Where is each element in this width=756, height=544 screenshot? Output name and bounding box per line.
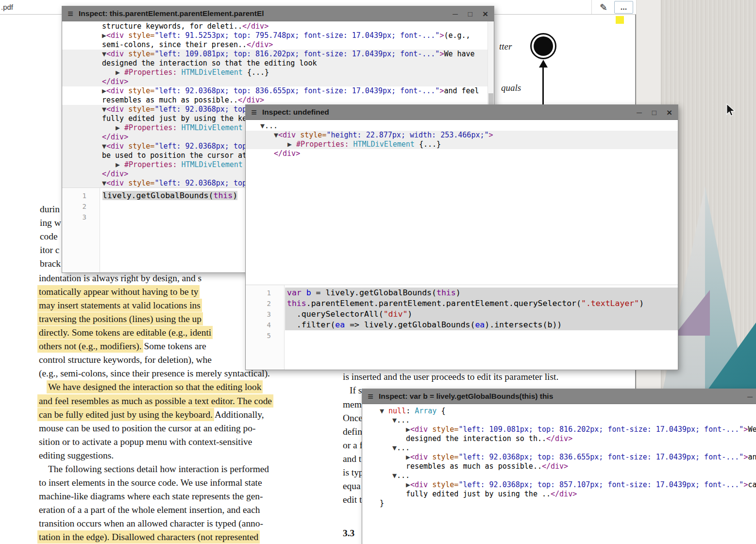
maximize-button[interactable]: □	[468, 10, 472, 17]
minimize-button[interactable]: ─	[453, 10, 458, 17]
disclosure-arrow-icon[interactable]: ▼	[102, 50, 106, 58]
window-menu-icon[interactable]: ≡	[362, 391, 379, 402]
code-token: )	[639, 299, 644, 308]
tree-row[interactable]: designed the interaction so th..</div>	[362, 434, 756, 443]
tree-row[interactable]: ▶<div style="left: 109.081px; top: 816.2…	[362, 425, 756, 434]
code-token: #Properties:	[124, 160, 177, 169]
diagram-label: tter	[499, 41, 512, 52]
tree-row[interactable]: ▶ #Properties: HTMLDivElement {...}	[62, 68, 494, 77]
minimize-button[interactable]: ─	[747, 393, 753, 400]
code-token: style=	[124, 105, 154, 114]
tree-row[interactable]: ▼<div style="left: 109.081px; top: 816.2…	[62, 50, 494, 59]
disclosure-arrow-icon[interactable]: ▶	[406, 480, 410, 489]
tree-row[interactable]: </div>	[246, 149, 678, 158]
disclosure-arrow-icon[interactable]: ▶	[102, 31, 106, 40]
tree-row[interactable]: structure keywords, for deleti..</div>	[62, 22, 494, 31]
editor-code[interactable]: var b = lively.getGlobalBounds(this)this…	[285, 285, 678, 370]
code-line[interactable]	[285, 330, 678, 341]
code-editor[interactable]: 12345 var b = lively.getGlobalBounds(thi…	[246, 285, 678, 370]
pdf-text: (e.g., semi-colons, since their presence…	[39, 368, 270, 378]
minimize-button[interactable]: ─	[637, 109, 642, 116]
line-number: 2	[246, 298, 284, 309]
tree-row[interactable]: ▶ #Properties: HTMLDivElement {...}	[246, 140, 678, 149]
disclosure-arrow-icon[interactable]: ▶	[287, 140, 296, 149]
tree-row[interactable]: ▶<div style="left: 92.0368px; top: 836.6…	[362, 453, 756, 462]
code-token: ...	[397, 443, 410, 452]
tree-row[interactable]: </div>	[62, 77, 494, 86]
editor-gutter: 123	[62, 188, 100, 272]
tree-row[interactable]: ▶<div style="left: 91.5253px; top: 795.7…	[62, 31, 494, 40]
code-line[interactable]: this.parentElement.parentElement.parentE…	[285, 298, 678, 309]
tree-row[interactable]: ▼...	[246, 121, 678, 131]
code-token: ea	[335, 320, 345, 329]
tree-row[interactable]: resembles as much as possible..</div>	[362, 462, 756, 471]
window-titlebar[interactable]: ≡ Inspect: var b = lively.getGlobalBound…	[362, 389, 756, 404]
code-token: </div>	[102, 77, 128, 86]
tree-row[interactable]: ▶<div style="left: 92.0368px; top: 836.6…	[62, 86, 494, 96]
pdf-text-line: The following sections detail how intera…	[48, 463, 269, 476]
pdf-text-line: (e.g., semi-colons, since their presence…	[39, 367, 270, 380]
disclosure-arrow-icon[interactable]: ▼	[274, 131, 278, 139]
window-menu-icon[interactable]: ≡	[246, 107, 262, 118]
disclosure-arrow-icon[interactable]: ▶	[116, 123, 124, 132]
code-line[interactable]: .filter(ea => lively.getGlobalBounds(ea)…	[285, 320, 678, 330]
tree-row[interactable]: fully edited just by using the ..</div>	[362, 490, 756, 499]
window-menu-icon[interactable]: ≡	[62, 8, 79, 19]
code-token: ...	[397, 471, 410, 480]
disclosure-arrow-icon[interactable]: ▼	[102, 179, 106, 187]
tree-row[interactable]: semi-colons, since their presen..</div>	[62, 40, 494, 50]
code-token: Array	[415, 407, 437, 415]
pdf-text-line: sition or to activate a popup menu with …	[39, 436, 252, 448]
disclosure-arrow-icon[interactable]: ▶	[406, 453, 410, 461]
annotate-pencil-button[interactable]: ✎	[596, 1, 611, 14]
code-line[interactable]: var b = lively.getGlobalBounds(this)	[285, 288, 678, 298]
code-token: ).intersects(b))	[485, 320, 562, 329]
tree-row[interactable]: ▼...	[362, 443, 756, 453]
disclosure-arrow-icon[interactable]: ▶	[102, 86, 106, 95]
code-token: </div>	[102, 170, 128, 178]
window-titlebar[interactable]: ≡ Inspect: this.parentElement.parentElem…	[62, 6, 494, 21]
tree-row[interactable]: }	[362, 499, 756, 508]
disclosure-arrow-icon[interactable]: ▼	[392, 471, 397, 480]
selected-code[interactable]: lively.getGlobalBounds(this)	[102, 191, 237, 200]
pdf-text: mouse can be used to position the cursor…	[39, 423, 255, 433]
maximize-button[interactable]: □	[652, 109, 656, 116]
code-token: (e.g.,	[444, 31, 470, 40]
disclosure-arrow-icon[interactable]: ▼	[392, 443, 397, 452]
disclosure-arrow-icon[interactable]: ▼	[392, 416, 397, 425]
tree-row[interactable]: ▼<div style="height: 22.877px; width: 25…	[246, 131, 678, 140]
pdf-text: The following sections detail how intera…	[48, 464, 269, 474]
disclosure-arrow-icon[interactable]: ▶	[406, 425, 410, 434]
tree-row[interactable]: resembles as much as possible..</div>	[62, 96, 494, 105]
code-token: .parentElement.parentElement.parentEleme…	[306, 299, 581, 308]
pdf-text: mem	[343, 399, 362, 409]
code-line[interactable]: .querySelectorAll("div")	[285, 309, 678, 320]
close-button[interactable]: ×	[667, 108, 672, 117]
more-options-button[interactable]: ...	[614, 1, 633, 14]
disclosure-arrow-icon[interactable]: ▶	[116, 160, 124, 169]
disclosure-arrow-icon[interactable]: ▼	[380, 407, 388, 415]
pdf-text-line: machine-like diagrams where each state r…	[39, 490, 263, 503]
tree-row[interactable]: ▼...	[362, 416, 756, 425]
code-token: <div	[106, 179, 124, 187]
tree-row[interactable]: designed the interaction so that the edi…	[62, 59, 494, 68]
disclosure-arrow-icon[interactable]: ▼	[260, 121, 265, 130]
highlighted-text: directly. Some tokens are editable (e.g.…	[39, 327, 211, 338]
code-token: style=	[428, 453, 458, 461]
close-button[interactable]: ×	[483, 9, 488, 18]
window-titlebar[interactable]: ≡ Inspect: undefined ─ □ ×	[246, 105, 678, 120]
line-number: 1	[62, 190, 100, 201]
code-token: <div	[106, 105, 124, 114]
pdf-text: edit t	[343, 494, 362, 505]
pdf-text-line: or a f	[343, 439, 363, 452]
disclosure-arrow-icon[interactable]: ▼	[102, 105, 106, 114]
yellow-annotation-marker[interactable]	[616, 16, 624, 24]
tree-row[interactable]: ▼...	[362, 471, 756, 480]
disclosure-arrow-icon[interactable]: ▶	[116, 68, 124, 77]
tree-row[interactable]: ▶<div style="left: 92.0368px; top: 857.1…	[362, 480, 756, 490]
code-token: => lively.getGlobalBounds(	[345, 320, 475, 329]
inspector-tree: ▼ null: Array {▼...▶<div style="left: 10…	[362, 404, 756, 544]
tree-row[interactable]: ▼ null: Array {	[362, 407, 756, 416]
pdf-text-line: is typ	[343, 466, 364, 479]
disclosure-arrow-icon[interactable]: ▼	[102, 142, 106, 151]
